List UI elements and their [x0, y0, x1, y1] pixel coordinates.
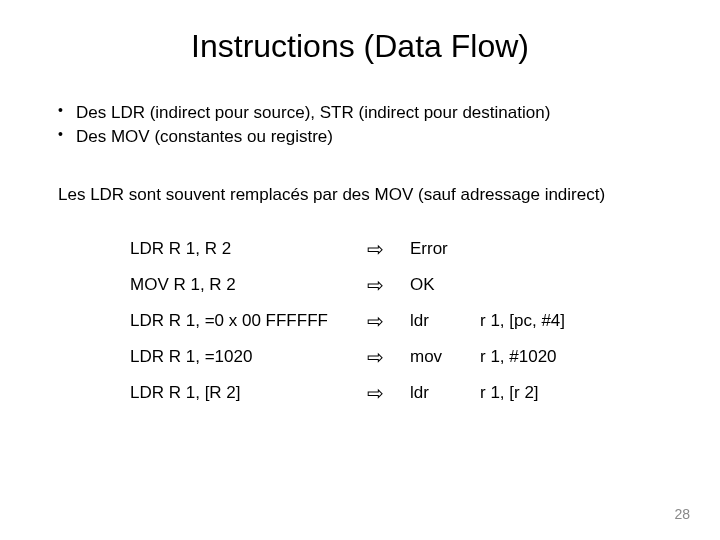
result-cell: ldr	[410, 383, 480, 403]
result-cell: mov	[410, 347, 480, 367]
instruction-cell: LDR R 1, [R 2]	[130, 383, 340, 403]
result-cell: ldr	[410, 311, 480, 331]
table-row: LDR R 1, R 2 ⇨ Error	[130, 237, 690, 261]
body-paragraph: Les LDR sont souvent remplacés par des M…	[58, 185, 690, 205]
args-cell: r 1, [r 2]	[480, 383, 690, 403]
table-row: LDR R 1, =0 x 00 FFFFFF ⇨ ldr r 1, [pc, …	[130, 309, 690, 333]
arrow-icon: ⇨	[340, 381, 410, 405]
result-cell: OK	[410, 275, 480, 295]
instruction-cell: LDR R 1, =1020	[130, 347, 340, 367]
result-cell: Error	[410, 239, 480, 259]
arrow-icon: ⇨	[340, 237, 410, 261]
instruction-cell: LDR R 1, =0 x 00 FFFFFF	[130, 311, 340, 331]
table-row: LDR R 1, =1020 ⇨ mov r 1, #1020	[130, 345, 690, 369]
bullet-item: Des LDR (indirect pour source), STR (ind…	[58, 101, 690, 125]
args-cell: r 1, [pc, #4]	[480, 311, 690, 331]
table-row: LDR R 1, [R 2] ⇨ ldr r 1, [r 2]	[130, 381, 690, 405]
arrow-icon: ⇨	[340, 273, 410, 297]
slide-title: Instructions (Data Flow)	[30, 28, 690, 65]
table-row: MOV R 1, R 2 ⇨ OK	[130, 273, 690, 297]
arrow-icon: ⇨	[340, 309, 410, 333]
instruction-cell: MOV R 1, R 2	[130, 275, 340, 295]
arrow-icon: ⇨	[340, 345, 410, 369]
instruction-table: LDR R 1, R 2 ⇨ Error MOV R 1, R 2 ⇨ OK L…	[130, 237, 690, 405]
page-number: 28	[674, 506, 690, 522]
args-cell: r 1, #1020	[480, 347, 690, 367]
bullet-list: Des LDR (indirect pour source), STR (ind…	[58, 101, 690, 149]
instruction-cell: LDR R 1, R 2	[130, 239, 340, 259]
bullet-item: Des MOV (constantes ou registre)	[58, 125, 690, 149]
